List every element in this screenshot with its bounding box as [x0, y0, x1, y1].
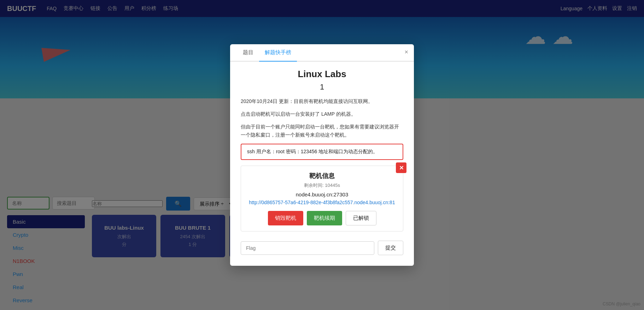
modal-tabs: 题目 解题快手榜 × — [230, 44, 414, 62]
target-close-button[interactable]: ✕ — [396, 162, 406, 173]
target-url[interactable]: http://0d865757-57a6-4219-882e-4f3b8fa2c… — [247, 200, 397, 205]
modal-score: 1 — [241, 82, 403, 92]
modal-overlay[interactable]: 题目 解题快手榜 × Linux Labs 1 2020年10月24日 更新：目… — [0, 0, 644, 310]
modal-body: Linux Labs 1 2020年10月24日 更新：目前所有靶机均能直接访问… — [230, 62, 414, 266]
destroy-machine-button[interactable]: 销毁靶机 — [268, 211, 303, 225]
target-node: node4.buuoj.cn:27303 — [247, 191, 397, 197]
ssh-info-box: ssh 用户名：root 密码：123456 地址和端口为动态分配的。 — [241, 144, 403, 160]
csdn-watermark: CSDN @julien_qiao — [603, 302, 640, 306]
modal-desc1: 2020年10月24日 更新：目前所有靶机均能直接访问互联网。 — [241, 97, 403, 106]
tab-leaderboard[interactable]: 解题快手榜 — [259, 44, 297, 62]
modal-desc2: 点击启动靶机可以启动一台安装好了 LAMP 的机器。 — [241, 110, 403, 119]
modal-dialog: 题目 解题快手榜 × Linux Labs 1 2020年10月24日 更新：目… — [230, 44, 414, 266]
target-actions: 销毁靶机 靶机续期 已解锁 — [247, 211, 397, 225]
target-time: 剩余时间: 10445s — [247, 182, 397, 189]
tab-problem[interactable]: 题目 — [237, 44, 259, 62]
modal-close-button[interactable]: × — [404, 48, 408, 56]
modal-desc3: 但由于目前一个账户只能同时启动一台靶机，您如果有需要建议浏览器开一个隐私窗口，注… — [241, 123, 403, 140]
target-section-title: 靶机信息 — [247, 172, 397, 180]
unlocked-button[interactable]: 已解锁 — [346, 211, 376, 225]
renew-machine-button[interactable]: 靶机续期 — [307, 211, 342, 225]
flag-input[interactable] — [241, 241, 374, 255]
target-info-box: ✕ 靶机信息 剩余时间: 10445s node4.buuoj.cn:27303… — [241, 166, 403, 231]
flag-row: 提交 — [241, 237, 403, 259]
modal-title: Linux Labs — [241, 69, 403, 80]
flag-submit-button[interactable]: 提交 — [378, 241, 403, 255]
